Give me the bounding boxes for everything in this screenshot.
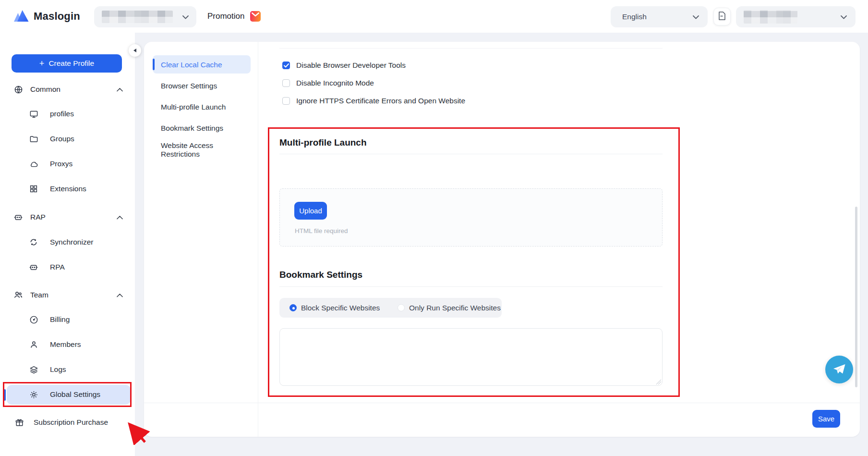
sidebar-section-label: Common: [30, 85, 60, 94]
settings-nav: Clear Local Cache Browser Settings Multi…: [144, 42, 258, 437]
divider: [279, 286, 663, 287]
globe-icon: [13, 85, 23, 94]
chevron-up-icon: [117, 291, 123, 299]
language-selected: English: [622, 12, 647, 21]
promotion-label: Promotion: [207, 12, 244, 21]
sidebar-section-team[interactable]: Team: [0, 286, 135, 304]
create-profile-label: Create Profile: [48, 59, 94, 68]
divider: [279, 154, 663, 154]
blurred-workspace-name: [102, 11, 173, 23]
sidebar-item-label: Proxys: [50, 160, 72, 168]
sidebar-item-label: Global Settings: [50, 390, 100, 399]
checkbox-row-disable-devtools[interactable]: Disable Browser Developer Tools: [282, 60, 406, 71]
settings-nav-browser-settings[interactable]: Browser Settings: [161, 82, 217, 90]
divider: [279, 48, 663, 49]
sidebar-section-label: Team: [30, 291, 48, 299]
chevron-down-icon: [182, 12, 189, 21]
radio-label: Only Run Specific Websites: [409, 304, 501, 312]
triangle-left-icon: [133, 48, 137, 53]
document-icon: [718, 12, 726, 22]
checkbox[interactable]: [282, 62, 290, 69]
sidebar-item-synchronizer[interactable]: Synchronizer: [0, 234, 135, 251]
sidebar-collapse-button[interactable]: [129, 44, 141, 57]
sidebar-item-profiles[interactable]: profiles: [0, 105, 135, 123]
settings-nav-website-access-restrictions[interactable]: Website Access Restrictions: [161, 141, 238, 159]
settings-nav-clear-local-cache[interactable]: Clear Local Cache: [161, 61, 222, 69]
create-profile-button[interactable]: + Create Profile: [12, 54, 122, 73]
chevron-down-icon: [841, 12, 847, 21]
sidebar: + Create Profile Common profiles Groups: [0, 33, 135, 456]
radio-label: Block Specific Websites: [301, 304, 380, 312]
gift-icon: [14, 418, 24, 427]
plus-icon: +: [39, 59, 45, 68]
sidebar-item-proxys[interactable]: Proxys: [0, 155, 135, 173]
sidebar-item-label: Billing: [50, 315, 70, 324]
settings-panel: Clear Local Cache Browser Settings Multi…: [144, 42, 860, 437]
person-icon: [29, 340, 38, 349]
bookmark-upload-dropzone: Upload HTML file required: [279, 188, 663, 246]
chevron-up-icon: [117, 85, 123, 94]
robot-icon: [13, 212, 23, 222]
promotion-envelope-icon: [250, 11, 261, 22]
folder-icon: [29, 135, 38, 144]
sidebar-section-rap[interactable]: RAP: [0, 209, 135, 226]
workspace-selector[interactable]: [94, 6, 196, 27]
scrollbar-thumb[interactable]: [855, 207, 857, 387]
chevron-up-icon: [117, 213, 123, 222]
grid-icon: [29, 185, 38, 193]
blocked-websites-textarea[interactable]: [279, 328, 663, 386]
sidebar-section-label: RAP: [30, 213, 46, 222]
divider: [144, 403, 860, 403]
language-selector[interactable]: English: [611, 6, 708, 27]
checkbox[interactable]: [282, 79, 290, 87]
document-button[interactable]: [713, 8, 731, 25]
resize-grip[interactable]: [655, 379, 661, 384]
sidebar-item-label: RPA: [50, 263, 65, 271]
sidebar-item-billing[interactable]: Billing: [0, 311, 135, 328]
gear-icon: [29, 390, 38, 399]
settings-nav-bookmark-settings[interactable]: Bookmark Settings: [161, 124, 223, 133]
save-button[interactable]: Save: [812, 410, 840, 428]
section-title-bookmark-settings: Bookmark Settings: [279, 270, 362, 280]
maslogin-logo-icon: [13, 9, 29, 24]
blurred-account-name: [744, 10, 797, 24]
brand-name: Maslogin: [34, 10, 80, 23]
sidebar-item-rpa[interactable]: RPA: [0, 259, 135, 276]
account-selector[interactable]: [736, 6, 856, 27]
radio-option-only-run-specific-websites[interactable]: Only Run Specific Websites: [398, 298, 501, 318]
gauge-icon: [29, 315, 38, 324]
robot-icon: [29, 262, 38, 272]
radio-button[interactable]: [398, 304, 405, 311]
sidebar-item-subscription-purchase[interactable]: Subscription Purchase: [0, 414, 135, 431]
brand-logo[interactable]: Maslogin: [13, 0, 80, 33]
active-nav-indicator: [153, 59, 155, 70]
sidebar-section-common[interactable]: Common: [0, 81, 135, 98]
upload-button[interactable]: Upload: [294, 202, 327, 220]
telegram-button[interactable]: [825, 356, 853, 383]
sidebar-item-groups[interactable]: Groups: [0, 130, 135, 148]
website-filter-radio-group: Block Specific Websites Only Run Specifi…: [279, 298, 502, 318]
settings-content: Disable Browser Developer Tools Disable …: [258, 42, 860, 437]
chevron-down-icon: [693, 12, 699, 21]
radio-button[interactable]: [289, 304, 297, 311]
radio-option-block-specific-websites[interactable]: Block Specific Websites: [289, 298, 380, 318]
blocked-websites-field-wrap: [279, 328, 663, 386]
promotion-link[interactable]: Promotion: [207, 0, 261, 33]
sidebar-item-logs[interactable]: Logs: [0, 361, 135, 378]
checkbox-row-ignore-https-errors[interactable]: Ignore HTTPS Certificate Errors and Open…: [282, 96, 465, 106]
settings-nav-multi-profile-launch[interactable]: Multi-profile Launch: [161, 103, 226, 111]
layers-icon: [29, 365, 38, 374]
sidebar-item-label: Subscription Purchase: [34, 418, 108, 427]
sidebar-item-extensions[interactable]: Extensions: [0, 180, 135, 197]
sidebar-item-label: Members: [50, 340, 81, 349]
checkbox-label: Ignore HTTPS Certificate Errors and Open…: [296, 97, 465, 105]
telegram-plane-icon: [832, 363, 846, 376]
monitor-icon: [29, 110, 38, 119]
checkbox-row-disable-incognito[interactable]: Disable Incognito Mode: [282, 78, 374, 88]
top-header: Maslogin Promotion English: [0, 0, 868, 33]
cloud-icon: [29, 160, 38, 169]
checkbox[interactable]: [282, 97, 290, 105]
checkbox-label: Disable Browser Developer Tools: [296, 61, 406, 70]
sidebar-item-global-settings[interactable]: Global Settings: [0, 386, 135, 403]
sidebar-item-members[interactable]: Members: [0, 336, 135, 353]
